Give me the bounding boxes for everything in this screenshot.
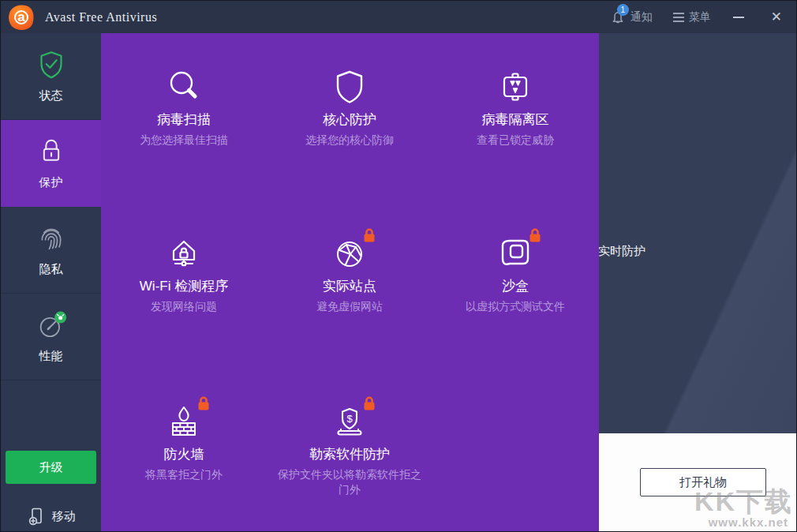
magnifier-icon: [101, 68, 267, 109]
minimize-icon: [733, 17, 744, 18]
close-button[interactable]: ✕: [769, 7, 784, 27]
tile-title: 病毒隔离区: [432, 112, 598, 128]
sidebar-item-performance[interactable]: 性能: [1, 294, 101, 380]
house-network-icon: [101, 234, 267, 275]
avast-window: a Avast Free Antivirus 1 通知 菜单: [0, 0, 797, 532]
phone-plus-icon: [27, 507, 46, 526]
tile-subtitle: 将黑客拒之门外: [112, 467, 256, 482]
tile-title: Wi-Fi 检测程序: [101, 279, 267, 294]
tile-virus-scan[interactable]: 病毒扫描 为您选择最佳扫描: [101, 68, 267, 148]
svg-text:$: $: [346, 413, 353, 425]
locked-icon: [361, 395, 378, 412]
locked-icon: [526, 227, 544, 244]
sidebar-label: 性能: [39, 349, 63, 364]
hamburger-icon: [673, 13, 684, 22]
minimize-button[interactable]: [732, 10, 749, 24]
notification-badge: 1: [617, 4, 629, 16]
sidebar-item-mobile[interactable]: 移动: [1, 502, 101, 530]
avast-logo-icon: a: [9, 5, 34, 30]
tile-ransomware-shield[interactable]: $ 勒索软件防护 保护文件夹以将勒索软件拒之门外: [267, 403, 432, 497]
gauge-icon: [34, 309, 69, 341]
tile-subtitle: 保护文件夹以将勒索软件拒之门外: [278, 467, 421, 497]
tile-sandbox[interactable]: 沙盒 以虚拟方式测试文件: [432, 234, 598, 314]
globe-icon: [267, 234, 432, 275]
upgrade-button[interactable]: 升级: [6, 451, 96, 484]
tile-subtitle: 选择您的核心防御: [278, 133, 421, 148]
sidebar-label: 保护: [39, 175, 63, 190]
sidebar-label: 状态: [39, 88, 63, 103]
ransomware-shield-icon: $: [267, 403, 432, 444]
virus-chest-icon: [432, 68, 598, 109]
tile-title: 病毒扫描: [101, 112, 267, 128]
tile-wifi-inspector[interactable]: Wi-Fi 检测程序 发现网络问题: [101, 234, 267, 314]
watermark-url: www.kkx.net: [709, 515, 788, 529]
menu-label: 菜单: [689, 10, 711, 24]
lock-icon: [36, 136, 67, 167]
tile-title: 实际站点: [267, 279, 432, 294]
tile-subtitle: 避免虚假网站: [278, 299, 421, 314]
sandbox-icon: [432, 234, 598, 275]
tile-subtitle: 以虚拟方式测试文件: [443, 299, 587, 314]
titlebar: a Avast Free Antivirus 1 通知 菜单: [1, 1, 796, 33]
tile-firewall[interactable]: 防火墙 将黑客拒之门外: [101, 403, 267, 482]
tile-real-site[interactable]: 实际站点 避免虚假网站: [267, 234, 432, 314]
tile-title: 沙盒: [432, 279, 598, 294]
notifications-label: 通知: [630, 10, 653, 24]
tile-title: 核心防护: [267, 112, 432, 128]
tile-core-shields[interactable]: 核心防护 选择您的核心防御: [267, 68, 432, 148]
sidebar-label: 隐私: [39, 262, 63, 277]
sidebar-item-protection[interactable]: 保护: [1, 120, 101, 207]
app-title: Avast Free Antivirus: [45, 10, 157, 24]
tile-subtitle: 查看已锁定威胁: [443, 133, 587, 148]
close-icon: ✕: [771, 10, 782, 24]
realtime-shield-label: 实时防护: [599, 244, 645, 259]
locked-icon: [361, 227, 378, 244]
sidebar-item-status[interactable]: 状态: [1, 33, 101, 120]
tile-virus-chest[interactable]: 病毒隔离区 查看已锁定威胁: [432, 68, 598, 148]
fingerprint-icon: [36, 223, 67, 254]
menu-button[interactable]: 菜单: [673, 10, 711, 24]
firewall-icon: [101, 403, 267, 444]
mobile-label: 移动: [52, 509, 76, 524]
bell-icon: 1: [610, 9, 626, 25]
shield-icon: [267, 68, 432, 109]
locked-icon: [195, 395, 212, 412]
tile-title: 防火墙: [101, 447, 267, 463]
tile-title: 勒索软件防护: [267, 447, 432, 463]
protection-menu-panel: 病毒扫描 为您选择最佳扫描 核心防护 选择您的核心防御: [101, 33, 599, 532]
tile-subtitle: 发现网络问题: [112, 299, 256, 314]
sidebar: 状态 保护 隐私: [1, 33, 101, 532]
sidebar-item-privacy[interactable]: 隐私: [1, 207, 101, 294]
notifications-button[interactable]: 1 通知: [610, 9, 653, 25]
shield-check-icon: [36, 49, 67, 81]
tile-subtitle: 为您选择最佳扫描: [112, 133, 256, 148]
logo-letter: a: [9, 5, 34, 30]
